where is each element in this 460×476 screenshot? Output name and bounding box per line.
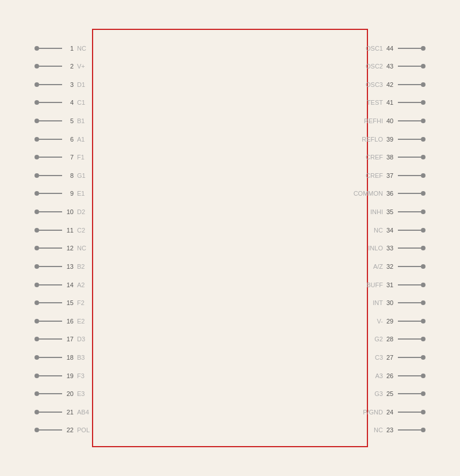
pin-left-11: 11C2 bbox=[34, 227, 85, 234]
pin-number: 34 bbox=[386, 227, 398, 234]
pin-right-26: 26A3 bbox=[375, 372, 425, 379]
pin-dot bbox=[421, 100, 425, 105]
pin-right-37: 37CREF bbox=[366, 172, 425, 179]
pin-name: F2 bbox=[77, 299, 85, 306]
pin-line bbox=[39, 175, 62, 176]
pin-right-32: 32A/Z bbox=[373, 263, 425, 270]
pin-line bbox=[39, 193, 62, 194]
pin-name: OSC1 bbox=[366, 45, 383, 52]
pin-dot bbox=[34, 246, 39, 250]
pin-name: CREF bbox=[366, 154, 383, 161]
pin-right-29: 29V- bbox=[377, 318, 425, 325]
pin-right-34: 34NC bbox=[374, 227, 425, 234]
pin-dot bbox=[34, 374, 39, 378]
pin-name: F3 bbox=[77, 372, 85, 379]
pin-left-18: 18B3 bbox=[34, 354, 85, 361]
pin-dot bbox=[34, 337, 39, 341]
pin-name: INLO bbox=[368, 245, 383, 252]
pin-line bbox=[39, 412, 62, 413]
pin-dot bbox=[421, 191, 425, 196]
pin-line bbox=[39, 120, 62, 121]
pin-left-6: 6A1 bbox=[34, 136, 85, 143]
pin-line bbox=[398, 266, 421, 267]
pin-right-28: 28G2 bbox=[374, 336, 425, 342]
pin-line bbox=[39, 84, 62, 85]
pin-number: 31 bbox=[386, 281, 398, 288]
pin-dot bbox=[34, 191, 39, 196]
pin-number: 2 bbox=[62, 63, 74, 70]
pin-dot bbox=[34, 355, 39, 360]
pin-number: 7 bbox=[62, 154, 74, 161]
pin-dot bbox=[34, 228, 39, 233]
pin-line bbox=[398, 139, 421, 140]
pin-dot bbox=[421, 319, 425, 323]
pin-right-30: 30INT bbox=[373, 299, 425, 306]
pin-left-19: 19F3 bbox=[34, 372, 85, 379]
pin-name: C2 bbox=[77, 227, 85, 234]
pin-number: 41 bbox=[386, 99, 398, 106]
pin-name: NC bbox=[77, 45, 86, 52]
pin-dot bbox=[34, 119, 39, 123]
pin-dot bbox=[34, 46, 39, 51]
pin-name: CREF bbox=[366, 172, 383, 179]
pin-number: 19 bbox=[62, 372, 74, 379]
pin-dot bbox=[34, 173, 39, 178]
pin-number: 28 bbox=[386, 336, 398, 342]
pin-right-43: 43OSC2 bbox=[366, 63, 425, 70]
pin-number: 39 bbox=[386, 136, 398, 143]
pin-number: 30 bbox=[386, 299, 398, 306]
pin-name: B1 bbox=[77, 117, 85, 124]
pin-dot bbox=[421, 410, 425, 414]
pin-dot bbox=[34, 264, 39, 269]
pin-line bbox=[398, 302, 421, 303]
pin-line bbox=[398, 102, 421, 103]
pin-left-12: 12NC bbox=[34, 245, 86, 252]
pin-number: 44 bbox=[386, 45, 398, 52]
pin-name: C1 bbox=[77, 99, 85, 106]
pin-left-16: 16E2 bbox=[34, 318, 85, 325]
pin-number: 1 bbox=[62, 45, 74, 52]
pin-right-42: 42OSC3 bbox=[366, 81, 425, 88]
pin-line bbox=[398, 393, 421, 394]
pin-number: 11 bbox=[62, 227, 74, 234]
pin-dot bbox=[421, 300, 425, 305]
pin-line bbox=[39, 48, 62, 49]
pin-number: 20 bbox=[62, 390, 74, 397]
pin-name: POL bbox=[77, 427, 90, 433]
pin-name: P/GND bbox=[363, 409, 383, 416]
pin-dot bbox=[421, 228, 425, 233]
pin-dot bbox=[421, 355, 425, 360]
pin-dot bbox=[34, 100, 39, 105]
pin-name: A/Z bbox=[373, 263, 383, 270]
pin-name: E3 bbox=[77, 390, 85, 397]
pin-line bbox=[39, 266, 62, 267]
pin-line bbox=[39, 429, 62, 431]
pin-name: NC bbox=[374, 227, 383, 234]
pin-left-9: 9E1 bbox=[34, 190, 85, 197]
pin-name: A3 bbox=[375, 372, 383, 379]
pin-dot bbox=[421, 82, 425, 87]
pin-line bbox=[39, 66, 62, 67]
pin-line bbox=[39, 338, 62, 340]
pin-right-35: 35INHI bbox=[370, 208, 425, 215]
pin-name: BUFF bbox=[366, 281, 383, 288]
pin-number: 29 bbox=[386, 318, 398, 325]
pin-name: INHI bbox=[370, 208, 383, 215]
pin-name: A2 bbox=[77, 281, 85, 288]
pin-dot bbox=[421, 46, 425, 51]
pin-name: G3 bbox=[374, 390, 383, 397]
pin-name: D2 bbox=[77, 208, 85, 215]
pin-number: 32 bbox=[386, 263, 398, 270]
pin-name: E1 bbox=[77, 190, 85, 197]
pin-line bbox=[398, 412, 421, 413]
pin-right-24: 24P/GND bbox=[363, 409, 425, 416]
pin-dot bbox=[421, 374, 425, 378]
pin-dot bbox=[421, 391, 425, 396]
pin-line bbox=[398, 247, 421, 249]
pin-name: V+ bbox=[77, 63, 85, 70]
pin-dot bbox=[421, 119, 425, 123]
pin-dot bbox=[421, 155, 425, 159]
pin-number: 16 bbox=[62, 318, 74, 325]
pin-left-1: 1NC bbox=[34, 45, 86, 52]
pin-right-40: 40REFHI bbox=[364, 117, 425, 124]
